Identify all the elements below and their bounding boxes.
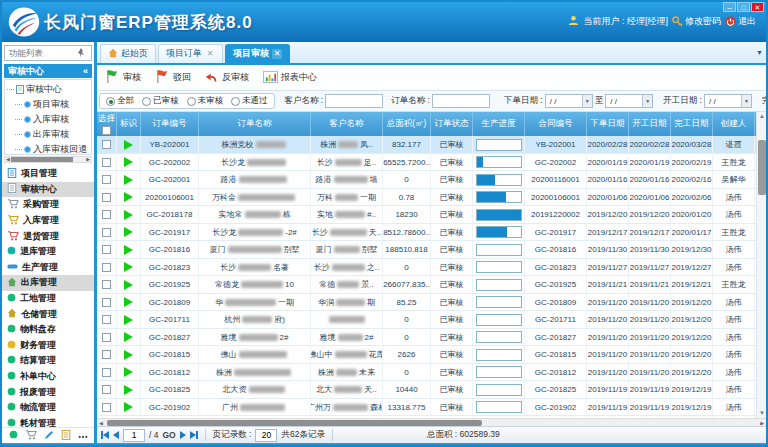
tab-home[interactable]: 起始页 — [100, 44, 156, 63]
radio-icon[interactable] — [142, 97, 151, 106]
page-size-input[interactable] — [255, 429, 277, 442]
chevron-down-icon[interactable]: ▼ — [642, 95, 652, 107]
radio-未审核[interactable]: 未审核 — [187, 95, 224, 107]
radio-icon[interactable] — [106, 97, 115, 106]
row-checkbox[interactable] — [102, 175, 111, 184]
chevron-down-icon[interactable]: ▼ — [741, 95, 751, 107]
row-checkbox[interactable] — [102, 403, 111, 412]
table-row[interactable]: GC-201902广州广州万森林13318.775已审核GC-201902201… — [97, 399, 756, 417]
next-page-button[interactable] — [180, 431, 186, 439]
reject-button[interactable]: 驳回 — [155, 69, 191, 86]
order-name-input[interactable] — [432, 94, 490, 108]
logout-link[interactable]: 退出 — [725, 15, 756, 28]
radio-未通过[interactable]: 未通过 — [231, 95, 268, 107]
sidebar-item-项目管理[interactable]: 项目管理 — [2, 166, 94, 182]
tree-horizontal-scrollbar[interactable]: ◀▶ — [4, 156, 92, 163]
sidebar-item-退库管理[interactable]: 退库管理 — [2, 244, 94, 260]
sidebar-item-采购管理[interactable]: 采购管理 — [2, 197, 94, 213]
change-password-link[interactable]: 修改密码 — [672, 15, 721, 28]
row-checkbox[interactable] — [102, 333, 111, 342]
sidebar-item-财务管理[interactable]: 财务管理 — [2, 338, 94, 354]
sidebar-item-仓储管理[interactable]: 仓储管理 — [2, 306, 94, 322]
pin-icon[interactable] — [77, 48, 85, 58]
order-date-from-field[interactable]: / /▼ — [545, 94, 593, 108]
table-row[interactable]: GC-202002长沙龙长沙足..65525.7200..已审核GC-20200… — [97, 154, 756, 172]
column-header-下单日期[interactable]: 下单日期 — [587, 112, 629, 136]
close-tab-icon[interactable]: ✕ — [272, 49, 282, 59]
table-row[interactable]: GC-201812株洲株洲未来0已审核GC-2018122019/11/2020… — [97, 364, 756, 382]
row-checkbox[interactable] — [102, 210, 111, 219]
tree-root-audit-center[interactable]: 审核中心 — [7, 82, 91, 97]
column-header-订单名称[interactable]: 订单名称 — [199, 112, 311, 136]
table-row[interactable]: GC-201815佛山佛山中花库2626已审核GC-2018152019/11/… — [97, 346, 756, 364]
search-input[interactable] — [7, 47, 77, 59]
doc-icon[interactable] — [61, 430, 71, 442]
row-checkbox[interactable] — [102, 385, 111, 394]
tree-item-入库审核回退[interactable]: 入库审核回退 — [7, 142, 91, 155]
tab-project-audit[interactable]: 项目审核✕ — [225, 44, 290, 63]
tab-overflow-icon[interactable]: ▼ — [756, 49, 763, 56]
column-header-选择[interactable]: 选择 — [97, 112, 117, 136]
table-row[interactable]: 20200106001万科金万科一期0.78已审核202001060012020… — [97, 189, 756, 207]
sidebar-item-物流管理[interactable]: 物流管理 — [2, 400, 94, 416]
row-checkbox[interactable] — [102, 228, 111, 237]
table-row[interactable]: GC-201816厦门别墅厦门别墅188510.818已审核GC-2018162… — [97, 241, 756, 259]
row-checkbox[interactable] — [102, 350, 111, 359]
tree-item-出库审核[interactable]: 出库审核 — [7, 127, 91, 142]
column-header-完工日期[interactable]: 完工日期 — [671, 112, 713, 136]
scroll-up-icon[interactable]: ▲ — [757, 112, 766, 121]
function-search-box[interactable] — [4, 45, 92, 61]
table-row[interactable]: GC-202001路港路港墙0已审核202001160012020/01/162… — [97, 171, 756, 189]
scroll-thumb[interactable] — [11, 157, 73, 162]
column-header-合同编号[interactable]: 合同编号 — [525, 112, 587, 136]
dots-icon[interactable] — [78, 431, 88, 441]
column-header-创建人[interactable]: 创建人 — [713, 112, 755, 136]
row-checkbox[interactable] — [102, 158, 111, 167]
sidebar-item-结算管理[interactable]: 结算管理 — [2, 353, 94, 369]
row-checkbox[interactable] — [102, 245, 111, 254]
row-checkbox[interactable] — [102, 315, 111, 324]
row-checkbox[interactable] — [102, 368, 111, 377]
tree-item-入库审核[interactable]: 入库审核 — [7, 112, 91, 127]
radio-icon[interactable] — [231, 97, 240, 106]
column-header-开工日期[interactable]: 开工日期 — [629, 112, 671, 136]
sidebar-item-审核中心[interactable]: 审核中心 — [2, 182, 94, 198]
sidebar-item-出库管理[interactable]: 出库管理 — [2, 275, 94, 291]
cart-icon[interactable] — [25, 429, 37, 442]
close-tab-icon[interactable]: ✕ — [205, 49, 215, 59]
page-number-input[interactable] — [123, 429, 145, 442]
table-row[interactable]: GC-201823长沙名著长沙之..0已审核GC-2018232019/11/2… — [97, 259, 756, 277]
customer-name-input[interactable] — [325, 94, 383, 108]
column-header-生产进度[interactable]: 生产进度 — [473, 112, 525, 136]
column-header-客户名称[interactable]: 客户名称 — [311, 112, 383, 136]
table-row[interactable]: YB-202001株洲党校株洲凤..832.177已审核YB-202001202… — [97, 136, 756, 154]
column-header-标识[interactable]: 标识 — [117, 112, 141, 136]
radio-icon[interactable] — [187, 97, 196, 106]
go-button[interactable]: GO — [162, 430, 175, 440]
grid-horizontal-scrollbar[interactable]: ◀ ▶ — [97, 418, 766, 426]
reverse-audit-button[interactable]: 反审核 — [205, 70, 249, 86]
row-checkbox[interactable] — [102, 140, 111, 149]
sidebar-item-物料盘存[interactable]: 物料盘存 — [2, 322, 94, 338]
row-checkbox[interactable] — [102, 280, 111, 289]
last-page-button[interactable] — [190, 431, 198, 439]
order-date-to-field[interactable]: / /▼ — [605, 94, 653, 108]
sidebar-item-退货管理[interactable]: 退货管理 — [2, 228, 94, 244]
sidebar-item-补单中心[interactable]: 补单中心 — [2, 369, 94, 385]
sidebar-item-入库管理[interactable]: 入库管理 — [2, 213, 94, 229]
collapse-panel-icon[interactable]: « — [83, 66, 88, 76]
sidebar-item-报废管理[interactable]: 报废管理 — [2, 384, 94, 400]
tab-project-orders[interactable]: 项目订单✕ — [158, 44, 223, 63]
maximize-button[interactable]: □ — [737, 2, 750, 12]
chevron-down-icon[interactable]: ▼ — [582, 95, 592, 107]
table-row[interactable]: GC-201925常德龙10常德景..266077.835..已审核GC-201… — [97, 276, 756, 294]
column-header-订单状态[interactable]: 订单状态 — [431, 112, 473, 136]
sidebar-item-耗材管理[interactable]: 耗材管理 — [2, 416, 94, 428]
table-row[interactable]: GC-201917长沙龙-2#长沙天..8512.78600..已审核GC-20… — [97, 224, 756, 242]
table-row[interactable]: GC-201827雅境2#雅境2#0已审核GC-2018272019/11/20… — [97, 329, 756, 347]
start-date-field[interactable]: / /▼ — [704, 94, 752, 108]
minimize-button[interactable]: – — [723, 2, 736, 12]
prev-page-button[interactable] — [113, 431, 119, 439]
grid-vertical-scrollbar[interactable]: ▲ ▼ — [756, 112, 766, 418]
report-center-button[interactable]: 报表中心 — [263, 70, 317, 86]
